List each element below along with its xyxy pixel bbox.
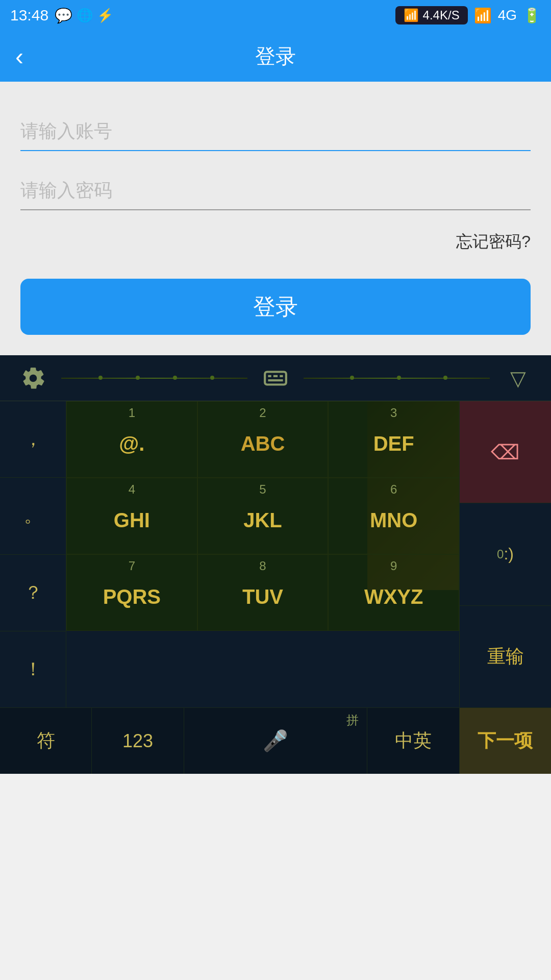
keyboard-0-label: 0 — [497, 547, 504, 561]
wifi-icon: 📶 — [404, 8, 419, 22]
keyboard-key-2[interactable]: 2 ABC — [197, 401, 329, 478]
battery-icon: 🔋 — [523, 7, 541, 24]
wifi-speed-label: 4.4K/S — [423, 8, 460, 22]
wechat-icon: 💬 — [55, 7, 72, 24]
svg-rect-1 — [268, 375, 271, 377]
keyboard-key-period[interactable]: 。 — [0, 478, 66, 554]
keyboard: ▽ ， 。 ？ ！ 1 @. 2 — [0, 355, 551, 774]
keyboard-key-4-num: 4 — [129, 482, 135, 497]
keyboard-key-6[interactable]: 6 MNO — [328, 478, 459, 554]
keyboard-layout-icon[interactable] — [258, 360, 293, 396]
keyboard-key-3-letters: DEF — [373, 432, 414, 455]
signal-icon: 📶 — [474, 7, 492, 24]
keyboard-key-1-num: 1 — [129, 406, 135, 420]
keyboard-hide-icon[interactable]: ▽ — [500, 360, 536, 396]
status-left: 13:48 💬 🌐 ⚡ — [10, 7, 113, 24]
keyboard-key-8-num: 8 — [259, 559, 266, 573]
keyboard-content: ， 。 ？ ！ 1 @. 2 ABC 3 — [0, 401, 551, 774]
keyboard-key-2-num: 2 — [259, 406, 266, 420]
svg-rect-2 — [273, 375, 278, 377]
form-area: 忘记密码? 登录 — [0, 82, 551, 355]
microphone-icon: 🎤 — [263, 729, 288, 753]
keyboard-toolbar: ▽ — [0, 355, 551, 401]
keyboard-key-9[interactable]: 9 WXYZ — [328, 554, 459, 631]
keyboard-bottom-row: 符 123 拼 🎤 中英 下一项 — [0, 707, 551, 774]
keyboard-delete-key[interactable]: ⌫ — [460, 401, 551, 503]
keyboard-key-8[interactable]: 8 TUV — [197, 554, 329, 631]
keyboard-symbol-key[interactable]: 符 — [0, 708, 92, 774]
account-input-group — [20, 112, 531, 151]
keyboard-reenter-key[interactable]: 重输 — [460, 606, 551, 707]
status-right: 📶 4.4K/S 📶 4G 🔋 — [395, 6, 541, 24]
keyboard-key-5-letters: JKL — [243, 509, 282, 532]
keyboard-key-1[interactable]: 1 @. — [66, 401, 197, 478]
status-time: 13:48 — [10, 7, 48, 24]
keyboard-key-7-letters: PQRS — [103, 585, 161, 608]
navigation-icon: 🌐 — [77, 8, 93, 23]
keyboard-key-4-letters: GHI — [114, 509, 150, 532]
password-input-group — [20, 172, 531, 210]
keyboard-key-5-num: 5 — [259, 482, 266, 497]
keyboard-next-key[interactable]: 下一项 — [460, 708, 551, 774]
keyboard-key-2-letters: ABC — [241, 432, 285, 455]
keyboard-circuit-decoration-2 — [304, 378, 490, 379]
keyboard-key-8-letters: TUV — [242, 585, 283, 608]
keyboard-key-5[interactable]: 5 JKL — [197, 478, 329, 554]
keyboard-key-question[interactable]: ？ — [0, 555, 66, 631]
status-bar: 13:48 💬 🌐 ⚡ 📶 4.4K/S 📶 4G 🔋 — [0, 0, 551, 31]
wifi-speed-badge: 📶 4.4K/S — [395, 6, 468, 24]
keyboard-key-1-letters: @. — [119, 432, 144, 455]
keyboard-main-rows: ， 。 ？ ！ 1 @. 2 ABC 3 — [0, 401, 551, 707]
keyboard-space-key[interactable]: 拼 🎤 — [184, 708, 368, 774]
keyboard-chinese-english-key[interactable]: 中英 — [367, 708, 459, 774]
back-button[interactable]: ‹ — [15, 42, 23, 70]
keyboard-key-6-num: 6 — [390, 482, 397, 497]
keyboard-settings-icon[interactable] — [15, 360, 51, 396]
keyboard-number-key[interactable]: 123 — [92, 708, 184, 774]
keyboard-right-column: ⌫ 0 :) 重输 — [459, 401, 551, 707]
svg-rect-3 — [280, 375, 283, 377]
network-type: 4G — [498, 7, 517, 23]
status-icons: 💬 🌐 ⚡ — [55, 7, 113, 24]
keyboard-key-7-num: 7 — [129, 559, 135, 573]
keyboard-key-6-letters: MNO — [370, 509, 417, 532]
keyboard-key-9-letters: WXYZ — [364, 585, 423, 608]
keyboard-smiley-label: :) — [504, 545, 514, 564]
keyboard-circuit-decoration — [61, 378, 247, 379]
keyboard-key-comma[interactable]: ， — [0, 401, 66, 478]
login-button[interactable]: 登录 — [20, 279, 531, 335]
password-input[interactable] — [20, 172, 531, 210]
keyboard-key-4[interactable]: 4 GHI — [66, 478, 197, 554]
keyboard-key-9-num: 9 — [390, 559, 397, 573]
keyboard-left-column: ， 。 ？ ！ — [0, 401, 66, 707]
keyboard-key-3-num: 3 — [390, 406, 397, 420]
keyboard-main-grid: 1 @. 2 ABC 3 DEF 4 GHI 5 JKL — [66, 401, 459, 707]
svg-rect-4 — [268, 379, 283, 381]
svg-rect-0 — [265, 372, 286, 384]
keyboard-key-7[interactable]: 7 PQRS — [66, 554, 197, 631]
keyboard-key-exclaim[interactable]: ！ — [0, 631, 66, 707]
forgot-password-link[interactable]: 忘记密码? — [20, 231, 531, 253]
backspace-icon: ⌫ — [491, 440, 520, 464]
account-input[interactable] — [20, 112, 531, 151]
keyboard-pinyin-label: 拼 — [346, 712, 359, 728]
app-header: ‹ 登录 — [0, 31, 551, 82]
header-title: 登录 — [255, 42, 296, 70]
keyboard-key-3[interactable]: 3 DEF — [328, 401, 459, 478]
usb-icon: ⚡ — [97, 8, 113, 23]
keyboard-key-0[interactable]: 0 :) — [460, 503, 551, 605]
